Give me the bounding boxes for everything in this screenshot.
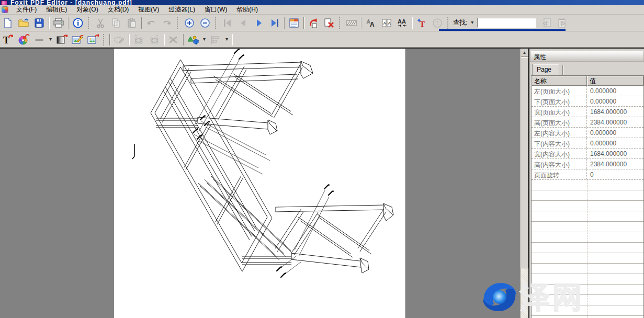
chevron-down-icon: ▾ [203, 36, 206, 42]
tab-page[interactable]: Page [532, 64, 559, 75]
toolbar-edit: T — ▾ [0, 32, 644, 48]
last-page-button[interactable] [267, 16, 283, 30]
svg-text:AA: AA [398, 18, 406, 25]
text-spacing-button[interactable]: AA [394, 16, 410, 30]
document-canvas[interactable] [0, 49, 520, 318]
gradient-cylinder-icon [55, 33, 68, 46]
menu-edit[interactable]: 编辑(E) [41, 5, 72, 15]
property-row[interactable]: 左(内容大小) 0.000000 [532, 128, 643, 138]
property-row[interactable]: 页面旋转 0 [532, 169, 643, 180]
scroll-up-arrow-icon: ▲ [523, 50, 527, 55]
property-value[interactable]: 0.000000 [587, 86, 643, 96]
page-layout-button[interactable] [286, 16, 302, 30]
svg-text:A: A [388, 21, 391, 26]
line-tool-button[interactable]: — [31, 33, 47, 47]
property-row[interactable]: 宽(页面大小) 1684.000000 [532, 107, 643, 117]
property-name: 左(页面大小) [532, 86, 587, 96]
property-row[interactable]: 下(页面大小) 0.000000 [532, 96, 643, 107]
property-name: 页面旋转 [532, 169, 587, 179]
property-row[interactable]: 左(页面大小) 0.000000 [532, 86, 643, 96]
pdf-page[interactable] [114, 49, 406, 318]
toolbar-grip [215, 17, 220, 29]
property-value[interactable]: 0.000000 [587, 138, 643, 148]
new-document-button[interactable] [0, 16, 16, 30]
property-name: 左(内容大小) [532, 128, 587, 138]
add-color-object-button[interactable] [16, 33, 31, 47]
zoom-out-button[interactable] [197, 16, 213, 30]
isometric-frame-drawing [114, 49, 406, 318]
insert-shape-button[interactable] [185, 33, 201, 47]
property-value[interactable]: 0.000000 [587, 96, 643, 106]
property-value[interactable]: 2384.000000 [587, 159, 643, 169]
insert-image-button[interactable] [85, 33, 101, 47]
properties-tab-bar: Page [530, 62, 644, 75]
edit-path-button [111, 33, 127, 47]
previous-page-button [235, 16, 251, 30]
property-row[interactable]: 高(内容大小) 2384.000000 [532, 159, 643, 169]
property-value[interactable]: 1684.000000 [587, 107, 643, 117]
print-button[interactable] [51, 16, 66, 30]
property-value[interactable]: 1684.000000 [587, 149, 643, 158]
menu-bar: 文件(F) 编辑(E) 对象(O) 文档(D) 视图(V) 过滤器(L) 窗口(… [0, 5, 644, 15]
property-value[interactable]: 0.000000 [587, 128, 643, 138]
menu-object[interactable]: 对象(O) [72, 5, 103, 15]
scroll-up-button[interactable]: ▲ [521, 49, 528, 57]
insert-text-button[interactable]: T [414, 16, 430, 30]
redo-button [159, 16, 175, 30]
vertical-scrollbar[interactable]: ▲ [520, 49, 528, 318]
find-label: 查找: [453, 18, 467, 27]
property-value[interactable]: 2384.000000 [587, 117, 643, 127]
rotate-object-right-button [146, 33, 162, 47]
property-value[interactable]: 0 [587, 169, 643, 179]
menu-file[interactable]: 文件(F) [12, 5, 41, 15]
hatch-tool-button[interactable] [344, 16, 359, 30]
open-file-button[interactable] [16, 16, 31, 30]
property-name: 下(内容大小) [532, 138, 587, 148]
cut-button [93, 16, 108, 30]
property-row[interactable]: 下(内容大小) 0.000000 [532, 138, 643, 149]
find-previous-button [539, 16, 555, 30]
menu-window[interactable]: 窗口(W) [200, 5, 232, 15]
shapes-icon [187, 33, 199, 46]
document-info-button[interactable] [70, 16, 86, 30]
next-page-button[interactable] [251, 16, 267, 30]
toolbar-separator [66, 17, 70, 29]
copy-icon [110, 17, 122, 29]
menu-view[interactable]: 视图(V) [133, 5, 164, 15]
rotate-right-object-icon [148, 33, 161, 46]
replace-font-button[interactable]: AA [363, 16, 379, 30]
zoom-in-button[interactable] [182, 16, 197, 30]
font-pages-icon: AA [381, 17, 392, 29]
scroll-thumb[interactable] [521, 57, 528, 268]
app-icon [1, 1, 7, 5]
delete-page-button[interactable] [321, 16, 337, 30]
column-header-value[interactable]: 值 [587, 76, 643, 86]
toolbar-grip [177, 17, 182, 29]
menu-help[interactable]: 帮助(H) [232, 5, 263, 15]
properties-caption[interactable]: 属性 [530, 51, 644, 62]
find-dropdown-arrow[interactable]: ▾ [469, 19, 476, 27]
property-row[interactable]: 高(页面大小) 2384.000000 [532, 117, 643, 128]
image-icon [87, 33, 99, 46]
scissors-icon [95, 17, 106, 29]
next-page-icon [253, 17, 265, 29]
rotate-left-object-icon [132, 33, 145, 46]
toolbar-separator [359, 17, 363, 29]
property-row[interactable]: 宽(内容大小) 1684.000000 [532, 149, 643, 159]
image-edit-icon [71, 33, 84, 46]
save-button[interactable] [31, 16, 47, 30]
add-text-object-button[interactable]: T [0, 33, 16, 47]
delete-cross-icon [167, 33, 180, 46]
menu-filter[interactable]: 过滤器(L) [164, 5, 200, 15]
add-shading-button[interactable] [54, 33, 70, 47]
menu-document[interactable]: 文档(D) [103, 5, 134, 15]
find-input[interactable] [477, 18, 536, 28]
font-compare-button[interactable]: AA [379, 16, 394, 30]
path-edit-icon [113, 33, 126, 46]
edit-image-button[interactable] [70, 33, 85, 47]
line-tool-dropdown[interactable]: ▾ [47, 36, 54, 43]
shape-dropdown[interactable]: ▾ [201, 36, 208, 43]
column-header-name[interactable]: 名称 [532, 76, 587, 86]
rotate-page-button[interactable] [306, 16, 321, 30]
hatch-pattern-icon [346, 17, 357, 29]
